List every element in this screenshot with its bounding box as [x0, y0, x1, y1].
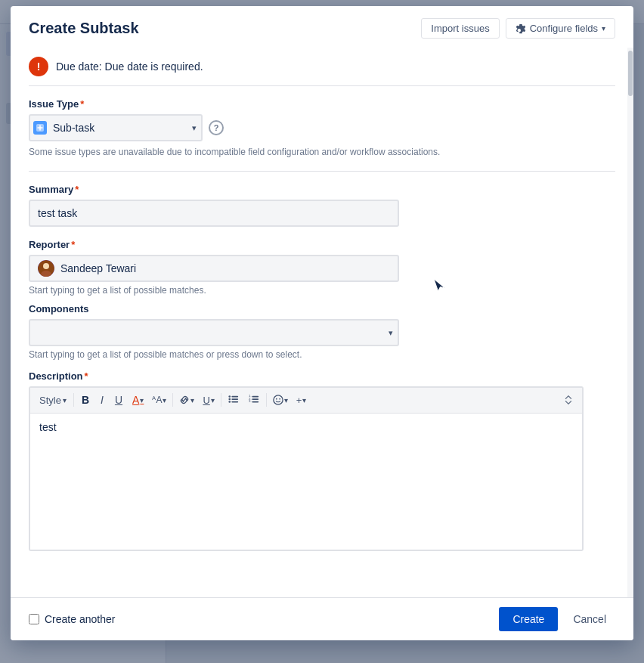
components-field: Components ▾ Start typing to get a list … [29, 303, 615, 360]
issue-type-select[interactable]: Sub-task [29, 114, 203, 141]
summary-label: Summary * [29, 184, 615, 195]
description-label: Description * [29, 370, 615, 382]
error-message: Due date: Due date is required. [56, 60, 203, 73]
svg-rect-9 [231, 401, 238, 402]
divider [29, 85, 615, 86]
reporter-required-star: * [71, 239, 75, 250]
svg-point-18 [279, 398, 280, 400]
divider-2 [29, 171, 615, 172]
link-button[interactable]: ▾ [175, 392, 198, 408]
svg-point-16 [274, 395, 283, 404]
italic-button[interactable]: I [95, 391, 109, 409]
components-hint: Start typing to get a list of possible m… [29, 349, 615, 360]
color-button[interactable]: A ▾ [128, 391, 147, 409]
editor-collapse-button[interactable] [559, 392, 577, 408]
scrollbar-track[interactable] [627, 48, 633, 597]
issue-type-field: Issue Type * Sub-task [29, 98, 615, 159]
reporter-input[interactable]: Sandeep Tewari [29, 255, 399, 282]
underline-style-button[interactable]: U ▾ [199, 392, 218, 409]
bullet-list-button[interactable] [224, 391, 243, 410]
error-banner: ! Due date: Due date is required. [29, 48, 615, 82]
help-icon[interactable]: ? [209, 120, 224, 135]
more-button[interactable]: + ▾ [293, 392, 311, 409]
reporter-label: Reporter * [29, 239, 615, 250]
reporter-avatar [38, 260, 54, 277]
description-required-star: * [85, 370, 88, 382]
components-label: Components [29, 303, 615, 314]
description-field: Description * Style ▾ B [29, 370, 615, 551]
reporter-hint: Start typing to get a list of possible m… [29, 285, 615, 296]
modal-footer: Create another Create Cancel [11, 597, 633, 640]
summary-input[interactable] [29, 200, 399, 227]
svg-rect-5 [231, 395, 238, 397]
issue-type-hint: Some issue types are unavailable due to … [29, 146, 444, 159]
create-another-text: Create another [45, 613, 115, 625]
reporter-field: Reporter * Sandeep Tewari Start typing t… [29, 239, 615, 296]
editor-toolbar: Style ▾ B I U [30, 388, 582, 414]
configure-fields-button[interactable]: Configure fields ▾ [506, 18, 615, 39]
create-another-label[interactable]: Create another [29, 613, 115, 625]
svg-text:3.: 3. [249, 399, 252, 403]
gear-icon [516, 23, 526, 34]
components-select[interactable] [29, 319, 399, 346]
modal-body: ! Due date: Due date is required. Issue … [11, 48, 633, 597]
svg-rect-11 [252, 395, 259, 397]
cancel-button[interactable]: Cancel [564, 607, 615, 631]
svg-point-2 [43, 263, 49, 269]
description-editor: Style ▾ B I U [29, 386, 584, 551]
create-another-checkbox[interactable] [29, 614, 39, 624]
error-icon: ! [29, 57, 48, 76]
bold-button[interactable]: B [76, 391, 94, 409]
svg-point-4 [228, 395, 231, 398]
svg-point-17 [276, 398, 277, 400]
modal-header-actions: Import issues Configure fields ▾ [421, 18, 615, 39]
required-star: * [80, 98, 84, 110]
create-button[interactable]: Create [499, 607, 558, 631]
text-size-button[interactable]: ᴬA ▾ [148, 392, 170, 408]
modal-dialog: Create Subtask Import issues Configure f… [11, 6, 633, 640]
modal-title: Create Subtask [29, 20, 139, 37]
reporter-name: Sandeep Tewari [60, 262, 136, 274]
underline-button[interactable]: U [110, 391, 128, 409]
summary-field: Summary * [29, 184, 615, 227]
svg-rect-15 [252, 401, 259, 402]
emoji-button[interactable]: ▾ [269, 392, 292, 408]
issue-type-label: Issue Type * [29, 98, 615, 110]
svg-rect-13 [252, 398, 259, 400]
modal-header: Create Subtask Import issues Configure f… [11, 6, 633, 48]
configure-fields-label: Configure fields [530, 23, 598, 34]
summary-required-star: * [75, 184, 79, 195]
number-list-button[interactable]: 1. 2. 3. [244, 391, 264, 410]
svg-point-8 [228, 401, 231, 403]
configure-chevron-icon: ▾ [602, 24, 605, 33]
svg-point-6 [228, 398, 231, 400]
import-issues-button[interactable]: Import issues [421, 18, 499, 39]
editor-content[interactable]: test [30, 414, 582, 550]
svg-rect-7 [231, 398, 238, 400]
style-dropdown-button[interactable]: Style ▾ [35, 392, 71, 409]
